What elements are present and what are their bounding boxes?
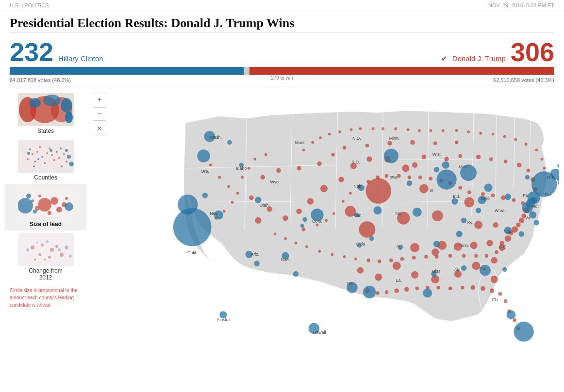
- svg-point-110: [455, 141, 458, 144]
- svg-point-295: [505, 194, 511, 200]
- svg-point-179: [325, 219, 328, 222]
- svg-point-288: [369, 236, 374, 241]
- svg-point-21: [58, 157, 60, 159]
- svg-point-217: [462, 254, 465, 258]
- svg-text:Alaska: Alaska: [217, 317, 230, 322]
- svg-point-184: [366, 180, 370, 183]
- svg-point-218: [474, 254, 478, 258]
- svg-point-105: [343, 146, 346, 149]
- svg-point-43: [65, 197, 68, 200]
- svg-point-12: [46, 152, 48, 154]
- svg-point-244: [178, 195, 198, 214]
- counties-thumb: [18, 140, 74, 173]
- svg-point-241: [513, 318, 516, 322]
- sidebar-item-counties[interactable]: Counties: [5, 137, 86, 184]
- svg-point-189: [418, 176, 422, 179]
- svg-point-167: [455, 129, 458, 132]
- zoom-out-button[interactable]: −: [93, 107, 106, 121]
- sidebar-item-states[interactable]: States: [5, 91, 86, 137]
- svg-point-230: [415, 287, 419, 290]
- top-bar: U.S. | POLITICS NOV. 29, 2016, 5:08 PM E…: [0, 0, 564, 11]
- svg-point-236: [481, 286, 485, 291]
- sidebar-item-change-2012[interactable]: Change from2012: [5, 230, 86, 284]
- reset-button[interactable]: ✕: [93, 122, 106, 135]
- svg-point-177: [302, 228, 305, 231]
- svg-point-280: [202, 193, 208, 198]
- svg-point-126: [444, 157, 448, 161]
- svg-point-173: [525, 143, 528, 146]
- svg-text:Neb.: Neb.: [353, 184, 363, 189]
- svg-point-61: [58, 248, 61, 251]
- svg-point-180: [332, 212, 335, 215]
- svg-point-92: [338, 177, 344, 182]
- svg-point-229: [404, 287, 409, 292]
- states-label: States: [9, 128, 83, 134]
- svg-point-62: [65, 245, 68, 249]
- svg-point-210: [378, 260, 381, 263]
- progress-bar: [10, 67, 554, 75]
- svg-point-52: [38, 253, 41, 256]
- progress-bar-container: 270 to win: [10, 67, 554, 75]
- nav-label: U.S. | POLITICS: [10, 2, 49, 8]
- svg-text:N.J.: N.J.: [545, 192, 553, 196]
- svg-point-13: [51, 154, 53, 156]
- svg-point-156: [328, 133, 331, 136]
- zoom-in-button[interactable]: +: [93, 93, 106, 106]
- svg-text:N.M.: N.M.: [281, 257, 290, 262]
- svg-point-117: [472, 261, 480, 270]
- svg-text:Ohio: Ohio: [481, 196, 490, 201]
- svg-point-4: [29, 98, 41, 108]
- svg-point-44: [18, 198, 33, 213]
- svg-point-220: [495, 250, 498, 254]
- svg-point-158: [350, 128, 353, 131]
- svg-point-290: [461, 265, 466, 271]
- svg-point-168: [467, 131, 470, 133]
- map-controls: + − ✕: [93, 93, 106, 135]
- svg-point-293: [451, 198, 458, 204]
- svg-text:La.: La.: [396, 278, 402, 283]
- svg-point-243: [173, 208, 212, 246]
- clinton-bar: [10, 67, 244, 75]
- svg-point-226: [376, 291, 379, 294]
- svg-point-152: [265, 153, 267, 156]
- svg-point-150: [248, 167, 250, 170]
- svg-point-278: [254, 261, 259, 266]
- svg-point-279: [293, 271, 299, 277]
- svg-point-27: [37, 158, 39, 160]
- svg-point-50: [41, 244, 44, 246]
- svg-point-15: [34, 161, 36, 163]
- svg-point-187: [397, 174, 400, 178]
- top-date: NOV. 29, 2016, 5:08 PM ET: [488, 2, 554, 8]
- sidebar-item-size-lead[interactable]: Size of lead: [5, 184, 86, 230]
- svg-point-175: [541, 158, 544, 161]
- svg-point-102: [297, 166, 301, 170]
- svg-point-30: [67, 155, 71, 159]
- svg-point-127: [458, 154, 462, 158]
- svg-point-95: [296, 209, 301, 214]
- svg-point-142: [209, 163, 212, 166]
- svg-text:Mont.: Mont.: [295, 140, 306, 145]
- svg-point-143: [218, 176, 221, 179]
- svg-point-239: [504, 299, 507, 303]
- svg-point-247: [384, 148, 398, 163]
- svg-point-202: [284, 237, 287, 240]
- svg-point-141: [493, 222, 498, 228]
- svg-point-292: [461, 218, 466, 223]
- svg-point-238: [498, 292, 502, 295]
- svg-point-274: [407, 180, 412, 186]
- svg-text:Idaho: Idaho: [236, 166, 247, 171]
- svg-point-11: [41, 156, 43, 158]
- svg-point-207: [343, 255, 346, 258]
- svg-point-83: [432, 211, 443, 221]
- svg-point-112: [375, 274, 382, 281]
- change-label: Change from2012: [9, 267, 83, 281]
- svg-point-139: [505, 235, 511, 242]
- svg-text:Wyo.: Wyo.: [270, 180, 280, 184]
- svg-point-115: [431, 275, 439, 283]
- svg-point-233: [448, 287, 452, 290]
- svg-point-106: [365, 144, 369, 147]
- clinton-block: 232 Hillary Clinton: [10, 39, 103, 65]
- svg-point-166: [442, 129, 445, 132]
- svg-point-182: [349, 192, 352, 195]
- svg-point-109: [433, 142, 437, 145]
